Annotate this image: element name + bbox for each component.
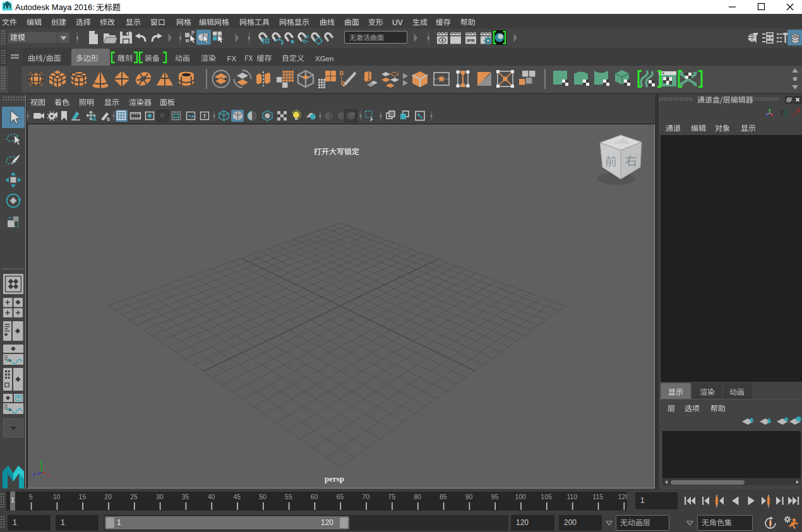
svg-text:15: 15 xyxy=(79,493,87,500)
svg-text:115: 115 xyxy=(592,493,603,500)
svg-text:z: z xyxy=(33,471,35,477)
svg-text:120: 120 xyxy=(618,493,627,500)
svg-text:80: 80 xyxy=(414,493,421,500)
svg-text:55: 55 xyxy=(285,493,292,500)
svg-text:5: 5 xyxy=(29,493,33,500)
svg-text:85: 85 xyxy=(440,493,447,500)
svg-text:90: 90 xyxy=(465,493,473,500)
svg-text:60: 60 xyxy=(311,493,318,500)
svg-text:T: T xyxy=(203,113,206,119)
svg-text:95: 95 xyxy=(491,493,499,500)
svg-text:40: 40 xyxy=(208,493,215,500)
svg-text:50: 50 xyxy=(259,493,266,500)
svg-text:35: 35 xyxy=(182,493,189,500)
svg-text:y: y xyxy=(40,459,42,464)
svg-text:45: 45 xyxy=(233,493,241,500)
svg-text:20: 20 xyxy=(104,493,112,500)
svg-text:10: 10 xyxy=(53,493,61,500)
svg-text:70: 70 xyxy=(362,493,369,500)
svg-text:x: x xyxy=(47,472,50,478)
svg-text:65: 65 xyxy=(337,493,344,500)
svg-text:25: 25 xyxy=(130,493,138,500)
svg-text:105: 105 xyxy=(541,493,552,500)
svg-text:75: 75 xyxy=(388,493,395,500)
svg-text:30: 30 xyxy=(156,493,164,500)
svg-text:110: 110 xyxy=(567,493,578,500)
svg-text:IPR: IPR xyxy=(467,38,475,44)
svg-text:100: 100 xyxy=(515,493,526,500)
